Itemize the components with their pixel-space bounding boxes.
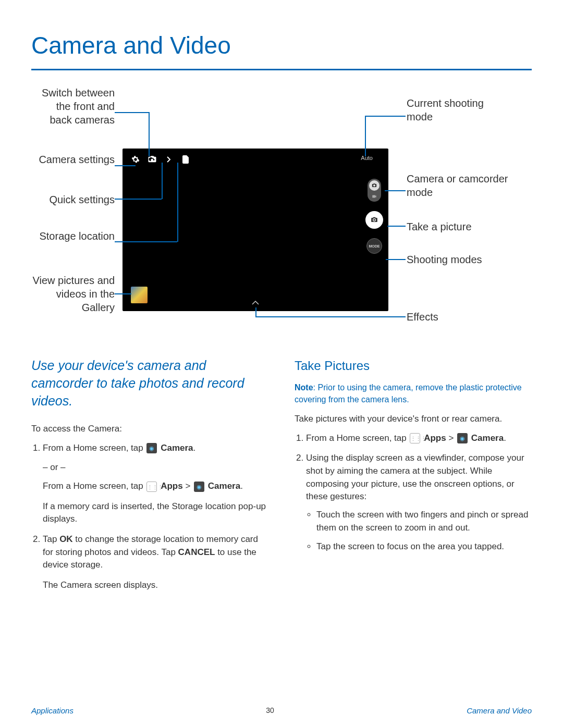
access-label: To access the Camera: xyxy=(31,423,268,436)
callout-quick-settings: Quick settings xyxy=(31,193,115,206)
text: > xyxy=(446,433,456,443)
top-icons xyxy=(131,155,190,164)
content-area: Use your device's camera and camcorder t… xyxy=(31,357,532,599)
effects-arrow-icon xyxy=(251,300,260,307)
note: Note: Prior to using the camera, remove … xyxy=(295,381,532,405)
list-item: From a Home screen, tap ◉ Camera. – or –… xyxy=(43,442,268,526)
access-steps: From a Home screen, tap ◉ Camera. – or –… xyxy=(31,442,268,592)
callout-effects: Effects xyxy=(407,310,511,324)
text-bold: Apps xyxy=(161,481,183,491)
intro-text: Use your device's camera and camcorder t… xyxy=(31,357,268,410)
gallery-thumbnail-icon xyxy=(131,287,148,303)
text: From a Home screen, tap xyxy=(43,443,145,453)
camera-diagram: Auto MODE Switch between the front and b… xyxy=(31,86,532,347)
take-pictures-steps: From a Home screen, tap ⋮⋮⋮ Apps > ◉ Cam… xyxy=(295,432,532,553)
note-text: : Prior to using the camera, remove the … xyxy=(295,383,522,404)
text-bold: Apps xyxy=(424,433,446,443)
text: From a Home screen, tap xyxy=(43,481,145,491)
camera-icon: ◉ xyxy=(146,443,157,453)
settings-gear-icon xyxy=(131,155,140,164)
camera-icon: ◉ xyxy=(194,482,204,492)
apps-icon: ⋮⋮⋮ xyxy=(146,482,157,492)
or-text: – or – xyxy=(43,461,268,474)
callout-switch-cameras: Switch between the front and back camera… xyxy=(31,86,115,127)
video-mode-icon xyxy=(371,193,378,200)
footer-left: Applications xyxy=(31,706,74,715)
camera-icon: ◉ xyxy=(457,433,468,443)
camera-mode-icon xyxy=(369,180,380,191)
text-bold: Camera xyxy=(208,481,240,491)
list-item: Using the display screen as a viewfinder… xyxy=(306,452,532,553)
right-column: Take Pictures Note: Prior to using the c… xyxy=(295,357,532,599)
text: From a Home screen, tap xyxy=(306,433,409,443)
callout-storage: Storage location xyxy=(31,229,115,243)
chevron-right-icon xyxy=(164,155,174,164)
callout-take-picture: Take a picture xyxy=(407,220,511,233)
callout-shooting-modes: Shooting modes xyxy=(407,253,511,266)
auto-mode-label: Auto xyxy=(361,155,373,161)
text-bold: Camera xyxy=(161,443,193,453)
footer-right: Camera and Video xyxy=(467,706,532,715)
list-item: Tap the screen to focus on the area you … xyxy=(316,540,532,553)
right-controls: MODE xyxy=(365,179,383,254)
text: Using the display screen as a viewfinder… xyxy=(306,453,524,501)
text: Tap xyxy=(43,534,59,544)
list-item: From a Home screen, tap ⋮⋮⋮ Apps > ◉ Cam… xyxy=(306,432,532,445)
title-rule xyxy=(31,69,532,70)
left-column: Use your device's camera and camcorder t… xyxy=(31,357,268,599)
page-number: 30 xyxy=(266,706,274,715)
note-label: Note xyxy=(295,383,313,392)
gesture-bullets: Touch the screen with two fingers and pi… xyxy=(306,509,532,553)
apps-icon: ⋮⋮⋮ xyxy=(410,433,420,443)
mode-switch xyxy=(368,179,381,202)
shutter-button-icon xyxy=(365,211,383,229)
text-bold: OK xyxy=(59,534,73,544)
take-pictures-heading: Take Pictures xyxy=(295,357,532,375)
callout-cam-camcorder: Camera or camcorder mode xyxy=(407,172,511,199)
body-text: Take pictures with your device's front o… xyxy=(295,413,532,426)
list-item: Touch the screen with two fingers and pi… xyxy=(316,509,532,534)
camera-screenshot: Auto MODE xyxy=(123,149,388,311)
footer: Applications 30 Camera and Video xyxy=(31,706,532,715)
callout-camera-settings: Camera settings xyxy=(31,153,115,166)
text-bold: Camera xyxy=(471,433,504,443)
text-bold: CANCEL xyxy=(178,547,215,557)
mode-button-icon: MODE xyxy=(366,238,382,254)
page-title: Camera and Video xyxy=(31,31,532,59)
text: If a memory card is inserted, the Storag… xyxy=(43,500,268,526)
text: > xyxy=(183,481,193,491)
text: The Camera screen displays. xyxy=(43,579,268,592)
callout-gallery: View pictures and videos in the Gallery xyxy=(31,274,115,314)
storage-icon xyxy=(181,155,190,164)
list-item: Tap OK to change the storage location to… xyxy=(43,533,268,592)
callout-current-mode: Current shooting mode xyxy=(407,96,511,124)
